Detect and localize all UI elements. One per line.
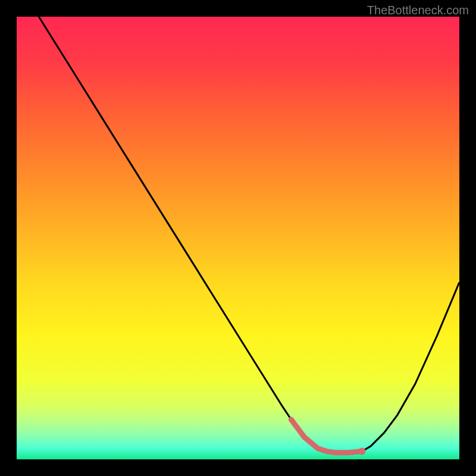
chart-svg: [17, 17, 459, 459]
watermark-label: TheBottleneck.com: [367, 4, 469, 17]
chart-area: [17, 17, 459, 459]
highlight-dot: [358, 448, 365, 455]
gradient-background: [17, 17, 459, 459]
